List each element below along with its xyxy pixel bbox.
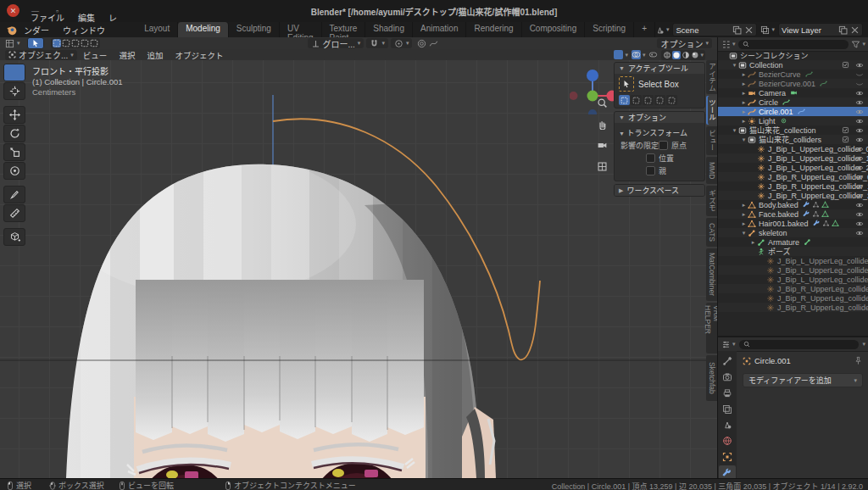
outliner-row[interactable]: ▸Circle.001 [718, 107, 868, 116]
outliner-filter[interactable]: ▾ [851, 40, 865, 49]
transform-orientation-dropdown[interactable]: グロー... ▾ [308, 38, 364, 48]
outliner-row[interactable]: ポーズ [718, 247, 868, 256]
outliner-display-mode[interactable]: ▾ [721, 40, 736, 49]
properties-tab-scene[interactable] [719, 418, 736, 432]
properties-editor-type[interactable]: ▾ [721, 340, 736, 349]
outliner-row[interactable]: ▸Face.baked [718, 209, 868, 219]
new-viewlayer-icon[interactable] [838, 25, 848, 35]
parents-checkbox-row[interactable]: 親 [646, 165, 700, 176]
sidebar-tab-6[interactable]: MatCombiner [706, 248, 717, 301]
tool-move[interactable] [3, 106, 25, 124]
outliner-row[interactable]: ▸Body.baked [718, 200, 868, 209]
viewport-3d[interactable]: フロント・平行投影 (1) Collection | Circle.001 Ce… [0, 60, 717, 478]
properties-tab-view-layer[interactable] [719, 402, 736, 416]
outliner-row[interactable]: シーンコレクション [718, 51, 868, 60]
pan-hand-icon[interactable] [597, 119, 608, 130]
viewport-menu-3[interactable]: オブジェクト [169, 51, 229, 60]
sidebar-tab-0[interactable]: アイテム [706, 60, 717, 94]
workspace-tab-animation[interactable]: Animation [413, 22, 466, 37]
camera-view-icon[interactable] [597, 140, 608, 151]
outliner-row[interactable]: ▸BezierCurve [718, 70, 868, 79]
workspace-panel-header[interactable]: ▶ワークスペース [615, 185, 704, 196]
viewlayer-selector[interactable]: View Layer [778, 23, 863, 36]
workspace-tab-shading[interactable]: Shading [365, 22, 413, 37]
viewlayer-browse-button[interactable]: ▾ [760, 25, 775, 35]
transform-subpanel-header[interactable]: ▼ トランスフォーム [619, 127, 700, 138]
overlays-toggle[interactable]: ▾ [632, 50, 646, 59]
outliner-row[interactable]: J_Bip_R_UpperLeg_collider_2 [718, 191, 868, 200]
zoom-icon[interactable] [597, 97, 608, 109]
outliner-row[interactable]: J_Bip_R_UpperLeg_collider_1 [718, 293, 868, 303]
sidebar-tab-7[interactable]: VRM HELPER [706, 303, 717, 354]
workspace-tab-modeling[interactable]: Modeling [178, 22, 229, 37]
workspace-tab-rendering[interactable]: Rendering [466, 22, 521, 37]
active-tool-icon[interactable] [27, 37, 44, 49]
viewport-menu-2[interactable]: 追加 [141, 51, 169, 60]
outliner-row[interactable]: ▾Collection [718, 60, 868, 70]
blender-logo-icon[interactable] [7, 25, 18, 36]
options-dropdown[interactable]: オプション▾ [657, 38, 712, 48]
unlink-scene-icon[interactable] [744, 25, 754, 35]
outliner-row[interactable]: J_Bip_R_UpperLeg_collider_0 [718, 284, 868, 293]
ortho-toggle-icon[interactable] [597, 161, 608, 172]
outliner-row[interactable]: J_Bip_R_UpperLeg_collider_2 [718, 303, 868, 312]
pin-icon[interactable] [854, 356, 863, 365]
outliner-row[interactable]: ▾skeleton [718, 228, 868, 237]
axis-gizmo[interactable] [570, 62, 617, 114]
properties-tab-world[interactable] [719, 434, 736, 448]
outliner-search[interactable] [738, 40, 849, 49]
workspace-tab-texture-paint[interactable]: Texture Paint [322, 22, 366, 37]
outliner-row[interactable]: ▸BezierCurve.001 [718, 79, 868, 88]
sidebar-tab-5[interactable]: CATS [706, 218, 717, 247]
properties-tab-object[interactable] [719, 450, 736, 465]
workspace-tab-compositing[interactable]: Compositing [522, 22, 586, 37]
scene-browse-button[interactable]: ▾ [655, 25, 670, 35]
sidebar-tab-2[interactable]: ビュー [706, 126, 717, 155]
properties-options[interactable]: ▾ [862, 341, 865, 348]
add-modifier-button[interactable]: モディファイアーを追加▾ [743, 373, 863, 387]
tool-measure[interactable] [3, 204, 25, 222]
properties-tab-render[interactable] [719, 370, 736, 385]
snap-toggle[interactable]: ▾ [366, 38, 388, 48]
falloff-icon[interactable] [429, 39, 438, 48]
viewport-menu-0[interactable]: ビュー [77, 51, 114, 60]
options-panel-header[interactable]: ▼オプション [615, 112, 704, 123]
viewport-menu-1[interactable]: 選択 [113, 51, 141, 60]
scene-selector[interactable]: Scene [672, 23, 757, 36]
tool-rotate[interactable] [3, 125, 25, 142]
tool-annotate[interactable] [3, 186, 25, 203]
outliner-row[interactable]: ▸Armature [718, 237, 868, 247]
select-mode-row[interactable] [619, 95, 700, 105]
menu-0[interactable]: ファイル [24, 14, 71, 23]
active-tool-row[interactable]: Select Box [619, 76, 700, 92]
tool-cursor[interactable] [3, 82, 25, 100]
shading-segment[interactable]: ▾ [661, 50, 705, 60]
menu-3[interactable]: ウィンドウ [56, 26, 112, 36]
tool-add-cube[interactable] [3, 228, 25, 246]
snap-target-dropdown[interactable]: ▾ [391, 38, 413, 48]
outliner-row[interactable]: J_Bip_L_UpperLeg_collider_2 [718, 275, 868, 284]
select-mode-segment[interactable] [51, 38, 100, 48]
tool-scale[interactable] [3, 143, 25, 161]
locations-checkbox-row[interactable]: 位置 [646, 153, 700, 164]
remove-viewlayer-icon[interactable] [850, 25, 860, 35]
sidebar-tab-4[interactable]: ギズモ [706, 186, 717, 216]
proportional-edit-icon[interactable] [417, 39, 426, 48]
outliner-row[interactable]: ▸Circle [718, 97, 868, 107]
active-tool-panel-header[interactable]: ▼アクティブツール [615, 63, 704, 74]
editor-type-button[interactable]: ▾ [5, 39, 20, 48]
outliner-row[interactable]: J_Bip_L_UpperLeg_collider_1 [718, 153, 868, 163]
outliner-row[interactable]: J_Bip_L_UpperLeg_collider_2 [718, 163, 868, 172]
outliner-row[interactable]: J_Bip_L_UpperLeg_collider_0 [718, 256, 868, 265]
sidebar-tab-8[interactable]: Sketchfab [706, 355, 717, 401]
outliner-row[interactable]: ▸Camera [718, 88, 868, 97]
workspace-tab-scripting[interactable]: Scripting [585, 22, 634, 37]
outliner-row[interactable]: J_Bip_L_UpperLeg_collider_0 [718, 144, 868, 153]
outliner-row[interactable]: ▾猫山来花_colliders [718, 135, 868, 144]
mode-dropdown[interactable]: オブジェク...▾ [5, 50, 77, 60]
menu-1[interactable]: 編集 [71, 14, 102, 23]
properties-tab-tool[interactable] [719, 354, 736, 369]
new-scene-icon[interactable] [732, 25, 742, 35]
outliner-row[interactable]: J_Bip_L_UpperLeg_collider_1 [718, 265, 868, 275]
outliner-row[interactable]: ▸Hair001.baked [718, 219, 868, 228]
